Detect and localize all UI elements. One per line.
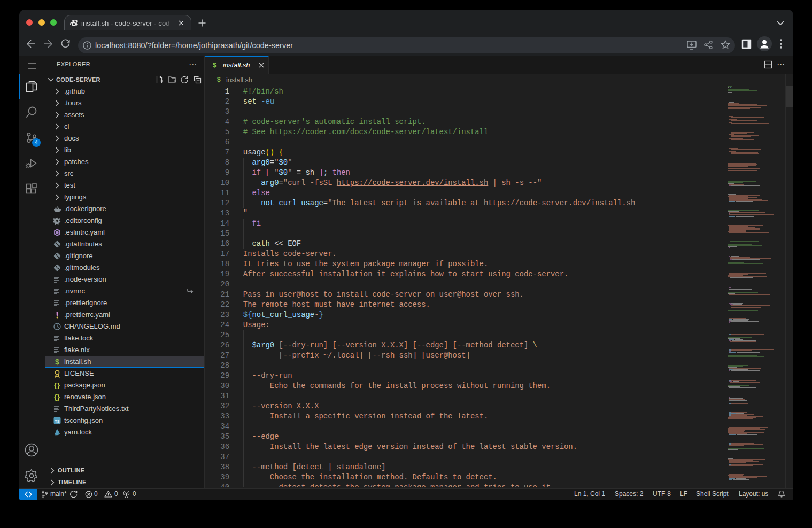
svg-text:TS: TS [55, 419, 60, 424]
